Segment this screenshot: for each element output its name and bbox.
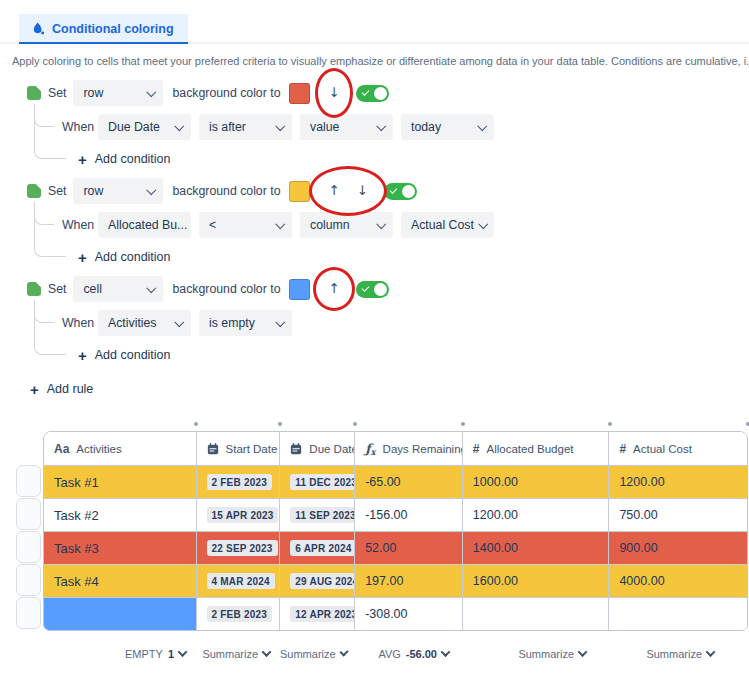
rule-1-enabled-toggle[interactable] <box>356 85 389 102</box>
table-row: Task #3 22 SEP 2023 6 APR 2024 52.00 140… <box>44 531 747 564</box>
row-handle[interactable] <box>16 465 41 497</box>
add-rule-button[interactable]: + Add rule <box>30 382 93 397</box>
cell-days-remaining[interactable]: 197.00 <box>355 565 463 597</box>
tab-conditional-coloring[interactable]: Conditional coloring <box>19 14 188 44</box>
condition-field-select[interactable]: Allocated Bu... <box>98 212 191 238</box>
drag-handle-icon[interactable] <box>27 282 41 296</box>
rule-2: Set row background color to ↑ ↓ W <box>27 178 749 266</box>
cell-activities[interactable]: Task #4 <box>44 565 197 597</box>
cell-days-remaining[interactable]: 52.00 <box>355 532 463 564</box>
column-header-days-remaining[interactable]: ƒx Days Remaining <box>355 432 463 465</box>
cell-start-date[interactable]: 2 FEB 2023 <box>197 598 281 630</box>
condition-compare-select[interactable]: value <box>300 114 393 140</box>
cell-activities[interactable]: Task #3 <box>44 532 197 564</box>
cell-allocated-budget[interactable]: 1200.00 <box>463 499 610 531</box>
rule-2-color-swatch[interactable] <box>289 181 310 202</box>
cell-actual-cost[interactable] <box>609 598 747 630</box>
cell-activities[interactable]: Task #2 <box>44 499 197 531</box>
cell-activities-empty[interactable] <box>44 598 197 630</box>
background-color-label: background color to <box>172 282 280 296</box>
condition-value-select[interactable]: today <box>401 114 494 140</box>
cell-days-remaining[interactable]: -308.00 <box>355 598 463 630</box>
cell-due-date[interactable]: 12 APR 2023 <box>280 598 355 630</box>
date-pill: 15 APR 2023 <box>207 507 279 523</box>
rule-1-reorder: ↓ <box>321 86 346 100</box>
chevron-down-icon <box>706 647 716 657</box>
summary-activities[interactable]: EMPTY 1 <box>43 648 196 660</box>
condition-operator-select[interactable]: is after <box>199 114 292 140</box>
cell-allocated-budget[interactable]: 1000.00 <box>463 466 610 498</box>
condition-field-select[interactable]: Activities <box>98 310 191 336</box>
column-header-due-date[interactable]: Due Date <box>280 432 355 465</box>
toggle-knob <box>374 283 387 296</box>
table-footer: EMPTY 1 Summarize Summarize AVG -56.00 S… <box>43 648 748 660</box>
column-header-allocated-budget[interactable]: # Allocated Budget <box>463 432 610 465</box>
summary-days-remaining[interactable]: AVG -56.00 <box>355 648 463 660</box>
cell-days-remaining[interactable]: -65.00 <box>355 466 463 498</box>
rule-2-target-select[interactable]: row <box>73 178 163 204</box>
cell-due-date[interactable]: 11 SEP 2023 <box>280 499 355 531</box>
cell-actual-cost[interactable]: 4000.00 <box>609 565 747 597</box>
move-up-button[interactable]: ↑ <box>328 184 339 198</box>
column-resize-dot[interactable] <box>278 422 282 426</box>
drag-handle-icon[interactable] <box>27 184 41 198</box>
cell-due-date[interactable]: 11 DEC 2023 <box>280 466 355 498</box>
column-resize-dot[interactable] <box>608 422 612 426</box>
add-condition-button[interactable]: + Add condition <box>78 250 171 265</box>
row-handle[interactable] <box>16 531 41 563</box>
summary-start-date[interactable]: Summarize <box>196 648 280 660</box>
row-handle[interactable] <box>16 564 41 596</box>
rule-1-target-select[interactable]: row <box>73 80 163 106</box>
rule-3-enabled-toggle[interactable] <box>356 281 389 298</box>
chevron-down-icon <box>147 185 156 194</box>
cell-start-date[interactable]: 15 APR 2023 <box>197 499 281 531</box>
date-pill: 2 FEB 2023 <box>207 606 272 622</box>
column-header-activities[interactable]: Aa Activities <box>44 432 197 465</box>
table-row: Task #1 2 FEB 2023 11 DEC 2023 -65.00 10… <box>44 465 747 498</box>
cell-allocated-budget[interactable] <box>463 598 610 630</box>
column-header-start-date[interactable]: Start Date <box>197 432 281 465</box>
cell-start-date[interactable]: 2 FEB 2023 <box>197 466 281 498</box>
cell-actual-cost[interactable]: 1200.00 <box>609 466 747 498</box>
condition-operator-select[interactable]: < <box>199 212 292 238</box>
condition-operator-select[interactable]: is empty <box>199 310 292 336</box>
cell-allocated-budget[interactable]: 1600.00 <box>463 565 610 597</box>
rule-1-color-swatch[interactable] <box>289 83 310 104</box>
rule-3-color-swatch[interactable] <box>289 279 310 300</box>
summary-actual-cost[interactable]: Summarize <box>610 648 748 660</box>
move-up-button[interactable]: ↑ <box>328 282 339 296</box>
condition-compare-select[interactable]: column <box>300 212 393 238</box>
cell-due-date[interactable]: 29 AUG 2024 <box>280 565 355 597</box>
rule-2-enabled-toggle[interactable] <box>384 183 417 200</box>
column-resize-dot[interactable] <box>194 422 198 426</box>
cell-due-date[interactable]: 6 APR 2024 <box>280 532 355 564</box>
add-condition-button[interactable]: + Add condition <box>78 348 171 363</box>
chevron-down-icon <box>275 219 284 228</box>
condition-value-select[interactable]: Actual Cost <box>401 212 494 238</box>
drag-handle-icon[interactable] <box>27 86 41 100</box>
column-header-actual-cost[interactable]: # Actual Cost <box>609 432 747 465</box>
column-resize-dot[interactable] <box>353 422 357 426</box>
cell-days-remaining[interactable]: -156.00 <box>355 499 463 531</box>
cell-allocated-budget[interactable]: 1400.00 <box>463 532 610 564</box>
date-pill: 6 APR 2024 <box>290 540 355 556</box>
column-resize-dot[interactable] <box>461 422 465 426</box>
set-label: Set <box>48 282 66 296</box>
summary-allocated-budget[interactable]: Summarize <box>463 648 610 660</box>
row-handle[interactable] <box>16 498 41 530</box>
rule-3-target-select[interactable]: cell <box>73 276 163 302</box>
move-down-button[interactable]: ↓ <box>357 184 368 198</box>
condition-field-select[interactable]: Due Date <box>98 114 191 140</box>
add-condition-button[interactable]: + Add condition <box>78 152 171 167</box>
row-handle[interactable] <box>16 597 41 629</box>
column-label: Actual Cost <box>633 443 692 455</box>
cell-start-date[interactable]: 22 SEP 2023 <box>197 532 281 564</box>
cell-start-date[interactable]: 4 MAR 2024 <box>197 565 281 597</box>
cell-actual-cost[interactable]: 900.00 <box>609 532 747 564</box>
summary-due-date[interactable]: Summarize <box>280 648 355 660</box>
move-down-button[interactable]: ↓ <box>328 86 339 100</box>
cell-actual-cost[interactable]: 750.00 <box>609 499 747 531</box>
toggle-knob <box>374 87 387 100</box>
cell-activities[interactable]: Task #1 <box>44 466 197 498</box>
date-pill: 22 SEP 2023 <box>207 540 278 556</box>
